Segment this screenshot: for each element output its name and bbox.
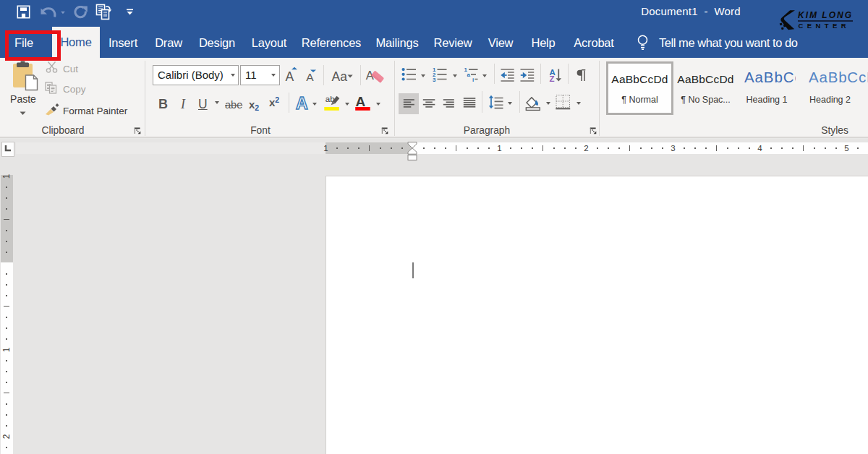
svg-text:a: a — [467, 72, 471, 78]
svg-text:i: i — [472, 77, 474, 83]
svg-text:A: A — [286, 69, 294, 84]
svg-text:A: A — [355, 94, 365, 109]
svg-text:A: A — [306, 71, 314, 83]
svg-text:Z: Z — [550, 74, 555, 82]
svg-text:Aa: Aa — [332, 69, 348, 83]
svg-text:3: 3 — [433, 77, 436, 82]
svg-text:KIM LONG: KIM LONG — [798, 10, 853, 20]
svg-text:A: A — [296, 94, 308, 112]
svg-text:CENTER: CENTER — [799, 22, 850, 30]
